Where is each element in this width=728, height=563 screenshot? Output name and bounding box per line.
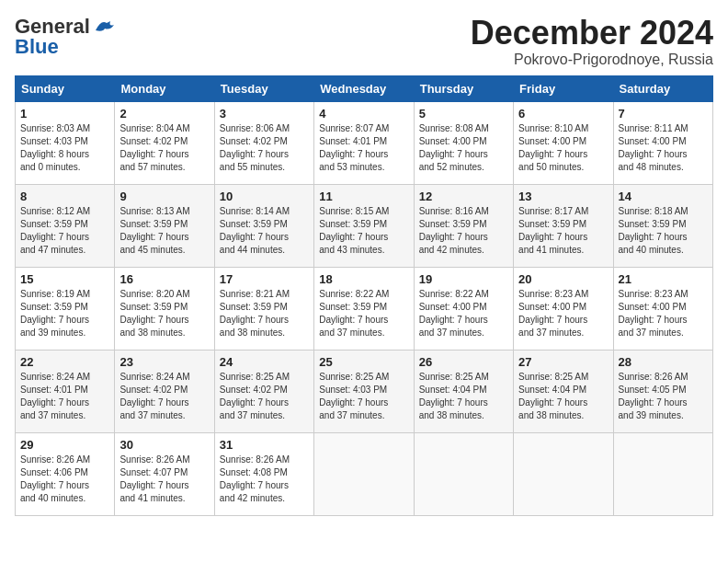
day-number: 28 bbox=[619, 355, 708, 369]
day-number: 29 bbox=[20, 438, 109, 452]
logo: General Blue bbox=[15, 15, 114, 59]
day-info: Sunrise: 8:26 AMSunset: 4:06 PMDaylight:… bbox=[20, 454, 109, 505]
day-info: Sunrise: 8:25 AMSunset: 4:03 PMDaylight:… bbox=[319, 371, 408, 422]
calendar-cell: 23Sunrise: 8:24 AMSunset: 4:02 PMDayligh… bbox=[115, 350, 214, 432]
calendar-cell: 8Sunrise: 8:12 AMSunset: 3:59 PMDaylight… bbox=[16, 184, 115, 267]
header-wednesday: Wednesday bbox=[314, 75, 414, 101]
day-number: 21 bbox=[619, 272, 708, 286]
day-number: 4 bbox=[319, 107, 408, 121]
day-info: Sunrise: 8:12 AMSunset: 3:59 PMDaylight:… bbox=[20, 205, 109, 257]
calendar-cell: 16Sunrise: 8:20 AMSunset: 3:59 PMDayligh… bbox=[115, 267, 214, 350]
day-info: Sunrise: 8:24 AMSunset: 4:02 PMDaylight:… bbox=[119, 371, 209, 422]
calendar-cell: 9Sunrise: 8:13 AMSunset: 3:59 PMDaylight… bbox=[115, 184, 214, 267]
day-info: Sunrise: 8:26 AMSunset: 4:07 PMDaylight:… bbox=[119, 454, 209, 505]
calendar-cell: 11Sunrise: 8:15 AMSunset: 3:59 PMDayligh… bbox=[314, 184, 414, 267]
calendar-cell: 27Sunrise: 8:25 AMSunset: 4:04 PMDayligh… bbox=[514, 350, 613, 432]
calendar-cell bbox=[314, 432, 414, 515]
header-friday: Friday bbox=[514, 75, 613, 101]
day-number: 19 bbox=[419, 272, 508, 286]
day-number: 15 bbox=[20, 272, 109, 286]
calendar-week-4: 22Sunrise: 8:24 AMSunset: 4:01 PMDayligh… bbox=[16, 350, 713, 432]
day-info: Sunrise: 8:23 AMSunset: 4:00 PMDaylight:… bbox=[619, 288, 708, 339]
calendar-cell: 29Sunrise: 8:26 AMSunset: 4:06 PMDayligh… bbox=[16, 432, 115, 515]
header-monday: Monday bbox=[115, 75, 214, 101]
calendar-header-row: SundayMondayTuesdayWednesdayThursdayFrid… bbox=[16, 75, 713, 101]
calendar-week-2: 8Sunrise: 8:12 AMSunset: 3:59 PMDaylight… bbox=[16, 184, 713, 267]
calendar-table: SundayMondayTuesdayWednesdayThursdayFrid… bbox=[15, 75, 713, 516]
day-number: 2 bbox=[119, 107, 209, 121]
day-info: Sunrise: 8:26 AMSunset: 4:05 PMDaylight:… bbox=[619, 371, 708, 422]
calendar-cell: 21Sunrise: 8:23 AMSunset: 4:00 PMDayligh… bbox=[613, 267, 712, 350]
day-number: 1 bbox=[20, 107, 109, 121]
day-info: Sunrise: 8:20 AMSunset: 3:59 PMDaylight:… bbox=[119, 288, 209, 339]
page-header: General Blue December 2024 Pokrovo-Prigo… bbox=[15, 15, 713, 68]
day-info: Sunrise: 8:07 AMSunset: 4:01 PMDaylight:… bbox=[319, 122, 408, 174]
calendar-cell: 17Sunrise: 8:21 AMSunset: 3:59 PMDayligh… bbox=[214, 267, 313, 350]
calendar-cell: 15Sunrise: 8:19 AMSunset: 3:59 PMDayligh… bbox=[16, 267, 115, 350]
day-info: Sunrise: 8:25 AMSunset: 4:02 PMDaylight:… bbox=[220, 371, 309, 422]
day-info: Sunrise: 8:21 AMSunset: 3:59 PMDaylight:… bbox=[220, 288, 309, 339]
day-info: Sunrise: 8:26 AMSunset: 4:08 PMDaylight:… bbox=[220, 454, 309, 505]
calendar-cell: 31Sunrise: 8:26 AMSunset: 4:08 PMDayligh… bbox=[214, 432, 313, 515]
day-info: Sunrise: 8:03 AMSunset: 4:03 PMDaylight:… bbox=[20, 122, 109, 174]
calendar-cell: 20Sunrise: 8:23 AMSunset: 4:00 PMDayligh… bbox=[514, 267, 613, 350]
day-number: 6 bbox=[518, 107, 608, 121]
day-info: Sunrise: 8:13 AMSunset: 3:59 PMDaylight:… bbox=[119, 205, 209, 257]
day-info: Sunrise: 8:25 AMSunset: 4:04 PMDaylight:… bbox=[419, 371, 508, 422]
day-number: 13 bbox=[518, 190, 608, 203]
day-number: 17 bbox=[220, 272, 309, 286]
calendar-cell: 18Sunrise: 8:22 AMSunset: 3:59 PMDayligh… bbox=[314, 267, 414, 350]
calendar-cell: 12Sunrise: 8:16 AMSunset: 3:59 PMDayligh… bbox=[414, 184, 513, 267]
day-number: 20 bbox=[518, 272, 608, 286]
calendar-cell bbox=[414, 432, 513, 515]
day-number: 23 bbox=[119, 355, 209, 369]
day-number: 31 bbox=[220, 438, 309, 452]
day-number: 3 bbox=[220, 107, 309, 121]
calendar-week-5: 29Sunrise: 8:26 AMSunset: 4:06 PMDayligh… bbox=[16, 432, 713, 515]
calendar-cell: 2Sunrise: 8:04 AMSunset: 4:02 PMDaylight… bbox=[115, 101, 214, 184]
day-number: 24 bbox=[220, 355, 309, 369]
calendar-cell: 19Sunrise: 8:22 AMSunset: 4:00 PMDayligh… bbox=[414, 267, 513, 350]
day-number: 10 bbox=[220, 190, 309, 203]
calendar-cell: 28Sunrise: 8:26 AMSunset: 4:05 PMDayligh… bbox=[613, 350, 712, 432]
day-number: 22 bbox=[20, 355, 109, 369]
day-number: 16 bbox=[119, 272, 209, 286]
calendar-cell bbox=[613, 432, 712, 515]
calendar-week-3: 15Sunrise: 8:19 AMSunset: 3:59 PMDayligh… bbox=[16, 267, 713, 350]
day-info: Sunrise: 8:04 AMSunset: 4:02 PMDaylight:… bbox=[119, 122, 209, 174]
logo-bird-icon bbox=[94, 17, 114, 34]
calendar-cell: 13Sunrise: 8:17 AMSunset: 3:59 PMDayligh… bbox=[514, 184, 613, 267]
day-info: Sunrise: 8:11 AMSunset: 4:00 PMDaylight:… bbox=[619, 122, 708, 174]
day-number: 11 bbox=[319, 190, 408, 203]
calendar-cell: 14Sunrise: 8:18 AMSunset: 3:59 PMDayligh… bbox=[613, 184, 712, 267]
calendar-cell: 5Sunrise: 8:08 AMSunset: 4:00 PMDaylight… bbox=[414, 101, 513, 184]
day-info: Sunrise: 8:10 AMSunset: 4:00 PMDaylight:… bbox=[518, 122, 608, 174]
header-saturday: Saturday bbox=[613, 75, 712, 101]
calendar-cell: 24Sunrise: 8:25 AMSunset: 4:02 PMDayligh… bbox=[214, 350, 313, 432]
calendar-cell: 7Sunrise: 8:11 AMSunset: 4:00 PMDaylight… bbox=[613, 101, 712, 184]
calendar-cell: 10Sunrise: 8:14 AMSunset: 3:59 PMDayligh… bbox=[214, 184, 313, 267]
calendar-week-1: 1Sunrise: 8:03 AMSunset: 4:03 PMDaylight… bbox=[16, 101, 713, 184]
header-sunday: Sunday bbox=[16, 75, 115, 101]
day-number: 7 bbox=[619, 107, 708, 121]
title-block: December 2024 Pokrovo-Prigorodnoye, Russ… bbox=[471, 15, 713, 68]
day-info: Sunrise: 8:25 AMSunset: 4:04 PMDaylight:… bbox=[518, 371, 608, 422]
calendar-cell: 3Sunrise: 8:06 AMSunset: 4:02 PMDaylight… bbox=[214, 101, 313, 184]
day-number: 12 bbox=[419, 190, 508, 203]
day-info: Sunrise: 8:23 AMSunset: 4:00 PMDaylight:… bbox=[518, 288, 608, 339]
calendar-cell: 30Sunrise: 8:26 AMSunset: 4:07 PMDayligh… bbox=[115, 432, 214, 515]
calendar-cell: 26Sunrise: 8:25 AMSunset: 4:04 PMDayligh… bbox=[414, 350, 513, 432]
calendar-cell: 4Sunrise: 8:07 AMSunset: 4:01 PMDaylight… bbox=[314, 101, 414, 184]
day-number: 30 bbox=[119, 438, 209, 452]
day-info: Sunrise: 8:22 AMSunset: 3:59 PMDaylight:… bbox=[319, 288, 408, 339]
day-number: 5 bbox=[419, 107, 508, 121]
day-number: 25 bbox=[319, 355, 408, 369]
day-number: 26 bbox=[419, 355, 508, 369]
day-info: Sunrise: 8:24 AMSunset: 4:01 PMDaylight:… bbox=[20, 371, 109, 422]
calendar-cell: 1Sunrise: 8:03 AMSunset: 4:03 PMDaylight… bbox=[16, 101, 115, 184]
month-title: December 2024 bbox=[471, 15, 713, 52]
day-info: Sunrise: 8:22 AMSunset: 4:00 PMDaylight:… bbox=[419, 288, 508, 339]
header-thursday: Thursday bbox=[414, 75, 513, 101]
day-info: Sunrise: 8:18 AMSunset: 3:59 PMDaylight:… bbox=[619, 205, 708, 257]
day-info: Sunrise: 8:16 AMSunset: 3:59 PMDaylight:… bbox=[419, 205, 508, 257]
